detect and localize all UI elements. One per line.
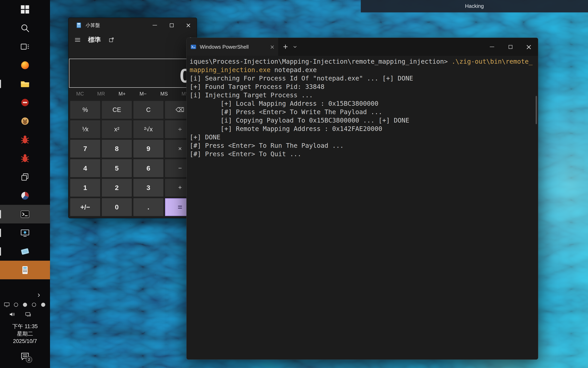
file-explorer-icon[interactable] (0, 74, 50, 93)
calc-key-five[interactable]: 5 (102, 159, 132, 177)
terminal-text: [+] Local Mapping Address : 0x15BC380000… (190, 100, 378, 107)
tray-screen-icon[interactable] (3, 301, 10, 308)
tray-icon-3[interactable] (31, 301, 37, 308)
calculator-window-title: 小算盤 (86, 22, 146, 28)
terminal-titlebar[interactable]: Windows PowerShell × + × (187, 38, 538, 56)
terminal-line: [i] Searching For Process Id Of "notepad… (190, 74, 538, 83)
terminal-line: [#] Press <Enter> To Quit ... (190, 150, 538, 158)
calc-memory-recall-button[interactable]: MR (91, 89, 112, 98)
layers-icon (20, 172, 30, 182)
terminal-line: [i] Injecting Target Process ... (190, 91, 538, 99)
command-text: mapping_injection.exe (190, 66, 271, 74)
terminal-output[interactable]: iques\Process-Injection\Mapping-Injectio… (187, 56, 538, 359)
powershell-window: Windows PowerShell × + × iques\Process-I… (186, 38, 538, 359)
new-tab-button[interactable]: + (282, 38, 289, 56)
calc-key-one[interactable]: 1 (70, 179, 100, 197)
background-window-titlebar[interactable]: Hacking (361, 0, 588, 12)
calc-key-nine[interactable]: 9 (133, 140, 163, 157)
tab-dropdown-button[interactable] (292, 38, 299, 56)
terminal-scrollbar-thumb[interactable] (535, 96, 537, 124)
taskbar-clock[interactable]: 下午 11:35 星期二 2025/10/7 (0, 323, 50, 345)
terminal-line: [#] Press <Enter> To Write The Payload .… (190, 108, 538, 116)
search-button[interactable] (0, 19, 50, 37)
emoji-app-icon[interactable] (0, 112, 50, 130)
action-center-button[interactable]: 2 (0, 350, 50, 363)
tab-windows-powershell[interactable]: Windows PowerShell × (187, 38, 278, 56)
calc-key-percent[interactable]: % (70, 101, 100, 119)
terminal-line: [i] Copying Payload To 0x15BC3800000 ...… (190, 116, 538, 125)
calc-key-reciprocal[interactable]: ⅟x (70, 120, 100, 138)
calc-key-two[interactable]: 2 (102, 179, 132, 197)
task-view-button[interactable] (0, 37, 50, 56)
terminal-line: mapping_injection.exe notepad.exe (190, 66, 538, 74)
calculator-titlebar[interactable]: 小算盤 × (68, 18, 197, 33)
tray-icon-1[interactable] (13, 301, 19, 308)
network-icon[interactable] (25, 311, 32, 318)
calculator-icon (20, 265, 30, 275)
hamburger-menu-button[interactable] (74, 36, 81, 44)
taskbar: › 下午 11:35 星期二 2025/10/7 2 (0, 0, 50, 368)
terminal-line: iques\Process-Injection\Mapping-Injectio… (190, 57, 538, 66)
calc-memory-subtract-button[interactable]: M− (133, 89, 154, 98)
terminal-maximize-button[interactable] (501, 38, 520, 56)
calc-memory-store-button[interactable]: MS (154, 89, 175, 98)
firefox-icon (20, 60, 30, 71)
bug-icon (20, 135, 30, 145)
calc-key-square-root[interactable]: ²√x (133, 120, 163, 138)
explorer-icon (20, 79, 30, 89)
start-button[interactable] (0, 0, 50, 19)
tab-close-icon[interactable]: × (270, 44, 275, 50)
calc-memory-add-button[interactable]: M+ (112, 89, 133, 98)
calculator-close-button[interactable]: × (180, 18, 197, 33)
tray-icon-4[interactable] (40, 301, 47, 308)
calculator-keypad: %CEC⌫⅟xx²²√x÷789×456−123++/−0.= (68, 101, 197, 218)
terminal-text: [#] Press <Enter> To Write The Payload .… (190, 108, 382, 116)
calc-key-negate[interactable]: +/− (70, 198, 100, 216)
show-hidden-icons-chevron[interactable]: › (33, 289, 45, 301)
terminal-line: [+] Remote Mapping Address : 0x142FAE200… (190, 125, 538, 133)
bug-app-icon-2[interactable] (0, 149, 50, 168)
calc-key-zero[interactable]: 0 (102, 198, 132, 216)
terminal-line: [+] Found Target Process Pid: 33848 (190, 83, 538, 91)
calculator-taskbar-icon[interactable] (0, 261, 50, 279)
calc-key-square[interactable]: x² (102, 120, 132, 138)
bug-icon (20, 153, 30, 164)
roundapp-icon (20, 190, 30, 201)
calc-key-clear-entry[interactable]: CE (102, 101, 132, 119)
notification-count-badge: 2 (26, 356, 32, 363)
clock-time: 下午 11:35 (0, 323, 50, 330)
terminal-close-button[interactable]: × (520, 38, 538, 56)
always-on-top-button[interactable] (108, 37, 114, 43)
terminal-text: [+] DONE (190, 133, 220, 141)
calc-key-six[interactable]: 6 (133, 159, 163, 177)
layers-app-icon[interactable] (0, 168, 50, 186)
volume-icon[interactable] (9, 311, 16, 318)
calc-key-eight[interactable]: 8 (102, 140, 132, 157)
calc-key-four[interactable]: 4 (70, 159, 100, 177)
terminal-text: [+] Remote Mapping Address : 0x142FAE200… (190, 125, 382, 133)
tablet-app-icon[interactable] (0, 242, 50, 261)
terminal-icon[interactable] (0, 205, 50, 223)
calc-key-seven[interactable]: 7 (70, 140, 100, 157)
tray-icon-2[interactable] (22, 301, 28, 308)
terminal-minimize-button[interactable] (483, 38, 501, 56)
stopcircle-icon (20, 97, 30, 108)
terminal-text: [i] Injecting Target Process ... (190, 91, 313, 99)
calc-key-three[interactable]: 3 (133, 179, 163, 197)
firefox-icon[interactable] (0, 56, 50, 74)
blocked-app-icon[interactable] (0, 93, 50, 112)
titlebar-drag-area[interactable] (299, 38, 483, 56)
calc-key-clear[interactable]: C (133, 101, 163, 119)
terminal-text: [i] Copying Payload To 0x15BC3800000 ...… (190, 117, 409, 124)
calculator-maximize-button[interactable] (163, 18, 180, 33)
calc-memory-clear-button[interactable]: MC (70, 89, 91, 98)
running-indicator (0, 210, 1, 218)
clock-weekday: 星期二 (0, 330, 50, 338)
screen-capture-app-icon[interactable] (0, 223, 50, 242)
calculator-menu-row: 標準 (68, 33, 197, 47)
terminal-text: [#] Press <Enter> To Run The Payload ... (190, 142, 344, 149)
calc-key-decimal[interactable]: . (133, 198, 163, 216)
calculator-minimize-button[interactable] (146, 18, 163, 33)
round-app-icon[interactable] (0, 186, 50, 205)
bug-app-icon[interactable] (0, 130, 50, 149)
